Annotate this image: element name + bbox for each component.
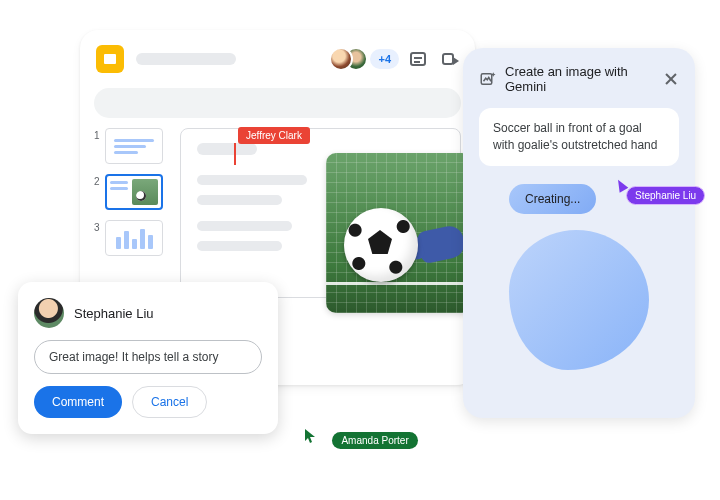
field-line-icon <box>326 282 472 285</box>
slides-header: +4 <box>80 30 475 88</box>
slide-thumbnail[interactable] <box>105 220 163 256</box>
thumb-number: 1 <box>94 128 100 141</box>
text-placeholder <box>197 241 282 251</box>
gemini-loading-blob-icon <box>509 230 649 370</box>
comment-submit-button[interactable]: Comment <box>34 386 122 418</box>
slide-thumbnail[interactable] <box>105 174 163 210</box>
cancel-button[interactable]: Cancel <box>132 386 207 418</box>
thumb-row: 1 <box>94 128 166 164</box>
toolbar[interactable] <box>94 88 461 118</box>
gemini-header: Create an image with Gemini <box>479 64 679 94</box>
collaborator-cursor-marker <box>234 143 236 165</box>
collaborator-cursor-label: Jeffrey Clark <box>238 127 310 144</box>
comment-author-name: Stephanie Liu <box>74 306 154 321</box>
comment-actions: Comment Cancel <box>34 386 262 418</box>
thumb-image-icon <box>132 179 158 205</box>
thumb-number: 2 <box>94 174 100 187</box>
text-placeholder <box>197 143 257 155</box>
thumb-row: 3 <box>94 220 166 256</box>
slide-thumbnails: 1 2 3 <box>94 128 166 298</box>
collaborator-cursor-label: Amanda Porter <box>332 432 417 449</box>
cursor-pointer-icon <box>304 430 322 447</box>
thumb-number: 3 <box>94 220 100 233</box>
gemini-prompt-input[interactable]: Soccer ball in front of a goal with goal… <box>479 108 679 166</box>
doc-title-placeholder[interactable] <box>136 53 236 65</box>
gemini-side-panel: Create an image with Gemini Soccer ball … <box>463 48 695 418</box>
soccer-ball-icon <box>344 208 418 282</box>
text-placeholder <box>197 195 282 205</box>
collaborator-avatars[interactable] <box>329 47 368 71</box>
image-sparkle-icon <box>479 70 497 88</box>
slides-logo-icon <box>96 45 124 73</box>
collaborator-cursor: Amanda Porter <box>304 428 418 449</box>
header-right-group: +4 <box>329 47 459 71</box>
comment-popover: Stephanie Liu Comment Cancel <box>18 282 278 434</box>
slide-image[interactable] <box>326 153 472 313</box>
gemini-status-chip: Creating... <box>509 184 596 214</box>
text-placeholder <box>197 221 292 231</box>
avatar <box>34 298 64 328</box>
thumb-row: 2 <box>94 174 166 210</box>
comments-icon[interactable] <box>407 48 429 70</box>
gemini-panel-title: Create an image with Gemini <box>505 64 655 94</box>
collaborator-overflow-count[interactable]: +4 <box>370 49 399 69</box>
comment-text-input[interactable] <box>34 340 262 374</box>
text-placeholder <box>197 175 307 185</box>
comment-header: Stephanie Liu <box>34 298 262 328</box>
video-call-icon[interactable] <box>437 48 459 70</box>
slide-thumbnail[interactable] <box>105 128 163 164</box>
close-icon[interactable] <box>663 71 679 87</box>
